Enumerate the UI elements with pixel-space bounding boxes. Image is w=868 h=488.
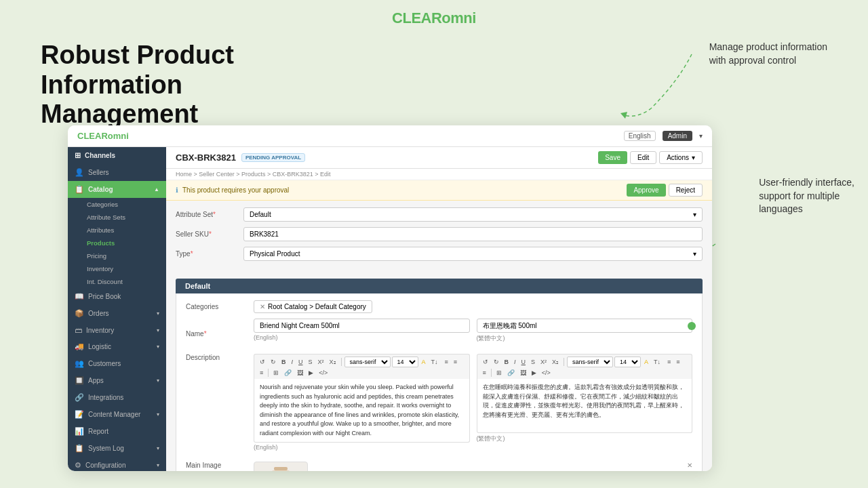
name-zh-input[interactable]	[477, 319, 693, 333]
sidebar-item-catalog[interactable]: 📋 Catalog ▲	[68, 181, 166, 198]
attribute-set-select[interactable]: Default ▾	[243, 207, 703, 222]
zh-toolbar-redo-icon[interactable]: ↻	[492, 358, 501, 366]
desc-en-content[interactable]: Nourish and rejuvenate your skin while y…	[254, 379, 470, 443]
sidebar-item-configuration[interactable]: ⚙ Configuration ▾	[68, 457, 166, 471]
image-close-icon[interactable]: ✕	[687, 462, 692, 469]
hero-left: Robust Product Information Management	[41, 41, 326, 129]
tag-x-icon[interactable]: ✕	[260, 303, 265, 310]
reject-button[interactable]: Reject	[669, 184, 703, 197]
zh-toolbar-image-icon[interactable]: 🖼	[518, 369, 528, 377]
ss-body: ⊞ Channels 👤 Sellers 📋 Catalog ▲ Categor…	[68, 147, 712, 471]
zh-toolbar-table-icon[interactable]: ⊞	[494, 369, 504, 377]
toolbar-color-icon[interactable]: A	[420, 358, 428, 366]
sidebar-item-channels[interactable]: ⊞ Channels	[68, 147, 166, 164]
config-chevron-icon: ▾	[157, 462, 159, 468]
zh-toolbar-sub-icon[interactable]: X₂	[550, 358, 561, 366]
sidebar-item-integrations[interactable]: 🔗 Integrations	[68, 389, 166, 406]
sidebar-item-attribute-sets[interactable]: Attribute Sets	[81, 211, 166, 224]
toolbar-strike-icon[interactable]: S	[307, 358, 315, 366]
zh-toolbar-list-icon[interactable]: ≡	[665, 358, 673, 366]
sidebar-item-content-manager[interactable]: 📝 Content Manager ▾	[68, 406, 166, 423]
arrow-top-icon	[583, 41, 719, 122]
toolbar-format-icon[interactable]: T↓	[429, 358, 440, 366]
sidebar-item-customers[interactable]: 👥 Customers	[68, 355, 166, 372]
toolbar-source-icon[interactable]: </>	[317, 369, 330, 377]
sidebar-item-report[interactable]: 📊 Report	[68, 423, 166, 440]
sidebar-item-inventory2[interactable]: 🗃 Inventory ▾	[68, 322, 166, 338]
zh-toolbar-bold-icon[interactable]: B	[502, 358, 511, 366]
zh-size-select[interactable]: 14	[614, 357, 641, 367]
content-icon: 📝	[75, 410, 84, 419]
content-chevron-icon: ▾	[157, 411, 159, 418]
zh-toolbar-strike-icon[interactable]: S	[529, 358, 537, 366]
toolbar-video-icon[interactable]: ▶	[307, 369, 315, 377]
system-log-icon: 📋	[75, 444, 84, 453]
zh-toolbar-video-icon[interactable]: ▶	[530, 369, 538, 377]
sidebar-item-products[interactable]: Products	[81, 237, 166, 249]
form-area: Attribute Set* Default ▾ Seller SKU* BRK…	[166, 201, 712, 273]
zh-toolbar-format-icon[interactable]: T↓	[652, 358, 663, 366]
zh-toolbar-list2-icon[interactable]: ≡	[674, 358, 682, 366]
zh-toolbar-link-icon[interactable]: 🔗	[505, 369, 517, 377]
zh-toolbar-underline-icon[interactable]: U	[519, 358, 528, 366]
zh-toolbar-sup-icon[interactable]: X²	[538, 358, 549, 366]
language-select[interactable]: English	[624, 131, 656, 141]
info-icon: ℹ	[176, 186, 178, 194]
toolbar-sub-icon[interactable]: X₂	[328, 358, 338, 366]
type-label: Type*	[176, 250, 237, 258]
actions-button[interactable]: Actions ▾	[659, 151, 703, 164]
toolbar-separator	[341, 358, 342, 366]
desc-zh-toolbar: ↺ ↻ B I U S X² X₂ s	[477, 354, 693, 379]
toolbar-list-icon[interactable]: ≡	[443, 358, 450, 366]
seller-sku-input[interactable]: BRK3821	[243, 227, 703, 241]
attribute-set-row: Attribute Set* Default ▾	[176, 207, 703, 222]
sidebar-item-pricing[interactable]: Pricing	[81, 249, 166, 262]
header-dropdown-icon[interactable]: ▾	[699, 132, 703, 140]
name-zh-col: (繁體中文)	[477, 319, 693, 343]
toolbar-sup-icon[interactable]: X²	[316, 358, 326, 366]
size-select[interactable]: 14	[392, 357, 418, 367]
toolbar-table-icon[interactable]: ⊞	[271, 369, 281, 377]
toolbar-indent-icon[interactable]: ≡	[258, 369, 265, 377]
sidebar-item-system-log[interactable]: 📋 System Log ▾	[68, 440, 166, 457]
seller-sku-row: Seller SKU* BRK3821	[176, 227, 703, 241]
toolbar-bold-icon[interactable]: B	[279, 358, 288, 366]
toolbar-list2-icon[interactable]: ≡	[452, 358, 459, 366]
name-en-input[interactable]	[254, 319, 470, 333]
toolbar-underline-icon[interactable]: U	[296, 358, 305, 366]
sidebar-item-price-book[interactable]: 📖 Price Book	[68, 288, 166, 305]
toolbar-redo-icon[interactable]: ↻	[269, 358, 278, 366]
type-select[interactable]: Physical Product ▾	[243, 247, 703, 261]
zh-toolbar-italic-icon[interactable]: I	[512, 358, 518, 366]
name-section: Name* (English)	[186, 319, 692, 348]
toolbar-link-icon[interactable]: 🔗	[282, 369, 294, 377]
zh-toolbar-color-icon[interactable]: A	[642, 358, 650, 366]
sidebar-item-orders[interactable]: 📦 Orders ▾	[68, 305, 166, 322]
sidebar-item-categories[interactable]: Categories	[81, 198, 166, 211]
actions-chevron-icon: ▾	[692, 154, 695, 161]
zh-toolbar-undo-icon[interactable]: ↺	[481, 358, 490, 366]
zh-font-select[interactable]: sans-serif	[567, 357, 613, 367]
sidebar-item-sellers[interactable]: 👤 Sellers	[68, 164, 166, 181]
zh-toolbar-source-icon[interactable]: </>	[540, 369, 553, 377]
svg-marker-0	[620, 112, 627, 119]
toolbar-undo-icon[interactable]: ↺	[258, 358, 267, 366]
save-button[interactable]: Save	[598, 151, 627, 164]
hero-section: Robust Product Information Management Ma…	[0, 41, 868, 129]
toolbar-image-icon[interactable]: 🖼	[295, 369, 305, 377]
sidebar-item-inventory[interactable]: Inventory	[81, 262, 166, 275]
sidebar-item-int-discount[interactable]: Int. Discount	[81, 275, 166, 288]
top-bar: CLEARomni	[0, 0, 868, 34]
toolbar-italic-icon[interactable]: I	[290, 358, 296, 366]
name-en-wrap	[254, 319, 470, 333]
user-button[interactable]: Admin	[663, 131, 692, 141]
desc-zh-content[interactable]: 在您睡眠時滋養和振復您的皮膚。這款乳霜含有強效成分如透明質酸和肽，能深入皮膚進行…	[477, 379, 693, 433]
font-select[interactable]: sans-serif	[344, 357, 391, 367]
sidebar-item-attributes[interactable]: Attributes	[81, 224, 166, 237]
approve-button[interactable]: Approve	[627, 184, 665, 197]
sidebar-item-apps[interactable]: 🔲 Apps ▾	[68, 372, 166, 389]
product-image-svg	[260, 464, 301, 472]
sidebar-item-logistic[interactable]: 🚚 Logistic ▾	[68, 338, 166, 355]
edit-button[interactable]: Edit	[630, 151, 656, 164]
zh-toolbar-indent-icon[interactable]: ≡	[481, 369, 488, 377]
